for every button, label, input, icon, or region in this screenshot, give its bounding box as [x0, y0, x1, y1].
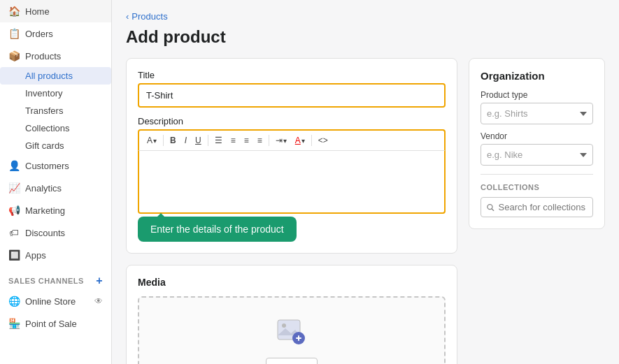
sidebar-sub-item-collections[interactable]: Collections — [0, 119, 111, 137]
customers-icon: 👤 — [8, 160, 20, 171]
home-icon: 🏠 — [8, 6, 20, 17]
tooltip-bubble: Enter the details of the product — [138, 217, 297, 242]
sidebar-sub-item-transfers[interactable]: Transfers — [0, 102, 111, 119]
sidebar: 🏠 Home 📋 Orders 📦 Products All products … — [0, 0, 112, 364]
add-channel-button[interactable]: + — [96, 275, 103, 287]
svg-point-1 — [282, 323, 286, 328]
sidebar-item-apps[interactable]: 🔲 Apps — [0, 244, 111, 266]
online-store-icon: 🌐 — [8, 296, 20, 307]
products-icon: 📦 — [8, 50, 20, 61]
align-justify-button[interactable]: ≡ — [254, 133, 266, 147]
toolbar-divider-1 — [163, 135, 164, 146]
align-right-button[interactable]: ≡ — [241, 133, 252, 147]
sidebar-item-point-of-sale[interactable]: 🏪 Point of Sale — [0, 312, 111, 335]
media-title: Media — [138, 277, 446, 288]
sidebar-item-analytics[interactable]: 📈 Analytics — [0, 177, 111, 199]
org-title: Organization — [481, 70, 593, 82]
organization-card: Organization Product type e.g. Shirts Ve… — [469, 58, 605, 229]
chevron-left-icon: ‹ — [126, 11, 129, 22]
product-details-card: Title Description A ▾ B I — [126, 58, 457, 254]
org-divider — [481, 174, 593, 175]
sidebar-item-discounts[interactable]: 🏷 Discounts — [0, 221, 111, 244]
bold-button[interactable]: B — [166, 133, 180, 147]
pos-icon: 🏪 — [8, 318, 20, 329]
discounts-icon: 🏷 — [8, 227, 20, 238]
page-title: Add product — [126, 27, 605, 47]
indent-arrow: ▾ — [283, 137, 287, 145]
editor-toolbar: A ▾ B I U ☰ ≡ ≡ — [138, 129, 446, 151]
main-content: ‹ Products Add product Title Description… — [112, 0, 619, 364]
breadcrumb[interactable]: ‹ Products — [126, 11, 605, 22]
description-label: Description — [138, 116, 446, 126]
toolbar-divider-3 — [269, 135, 269, 146]
indent-dropdown-icon: ⇥ — [276, 136, 283, 145]
sidebar-item-orders[interactable]: 📋 Orders — [0, 22, 111, 45]
align-center-button[interactable]: ≡ — [227, 133, 239, 147]
left-panel: Title Description A ▾ B I — [126, 58, 457, 364]
add-file-button[interactable]: Add file — [266, 358, 317, 364]
sidebar-sub-item-all-products[interactable]: All products — [0, 67, 111, 85]
orders-icon: 📋 — [8, 28, 20, 39]
search-icon — [487, 203, 495, 212]
apps-icon: 🔲 — [8, 249, 20, 261]
content-area: Title Description A ▾ B I — [126, 58, 605, 364]
sidebar-item-products[interactable]: 📦 Products — [0, 45, 111, 67]
italic-button[interactable]: I — [181, 133, 190, 147]
color-icon: A — [295, 136, 301, 145]
collections-label: COLLECTIONS — [481, 183, 593, 191]
sidebar-item-home[interactable]: 🏠 Home — [0, 0, 111, 22]
product-type-label: Product type — [481, 90, 593, 100]
description-editor[interactable] — [138, 151, 446, 214]
right-panel: Organization Product type e.g. Shirts Ve… — [469, 58, 605, 364]
collections-search-input[interactable] — [499, 202, 587, 212]
color-button[interactable]: A ▾ — [292, 133, 308, 147]
media-card: Media Add file — [126, 265, 457, 364]
marketing-icon: 📢 — [8, 205, 20, 216]
svg-rect-5 — [298, 335, 299, 341]
toolbar-divider-4 — [311, 135, 312, 146]
indent-button[interactable]: ⇥ ▾ — [272, 133, 290, 147]
title-label: Title — [138, 70, 446, 80]
analytics-icon: 📈 — [8, 182, 20, 194]
color-arrow: ▾ — [301, 137, 305, 145]
sidebar-item-online-store[interactable]: 🌐 Online Store 👁 — [0, 290, 111, 312]
title-input[interactable] — [138, 83, 446, 108]
channels-section-header: SALES CHANNELS + — [0, 266, 111, 290]
product-type-select[interactable]: e.g. Shirts — [481, 103, 593, 124]
eye-icon: 👁 — [94, 296, 103, 306]
sidebar-item-marketing[interactable]: 📢 Marketing — [0, 199, 111, 221]
svg-line-7 — [492, 208, 494, 210]
sidebar-sub-item-gift-cards[interactable]: Gift cards — [0, 137, 111, 154]
font-button[interactable]: A ▾ — [143, 133, 160, 147]
search-collections[interactable] — [481, 197, 593, 217]
underline-button[interactable]: U — [192, 133, 205, 147]
media-icon — [150, 314, 433, 349]
media-dropzone[interactable]: Add file or drop files to upload — [138, 296, 446, 364]
sidebar-sub-item-inventory[interactable]: Inventory — [0, 85, 111, 102]
source-button[interactable]: <> — [315, 133, 332, 147]
font-dropdown-arrow: ▾ — [153, 137, 157, 145]
sidebar-item-customers[interactable]: 👤 Customers — [0, 154, 111, 177]
vendor-select[interactable]: e.g. Nike — [481, 144, 593, 166]
vendor-label: Vendor — [481, 131, 593, 141]
toolbar-divider-2 — [208, 135, 208, 146]
align-left-button[interactable]: ☰ — [211, 133, 226, 147]
